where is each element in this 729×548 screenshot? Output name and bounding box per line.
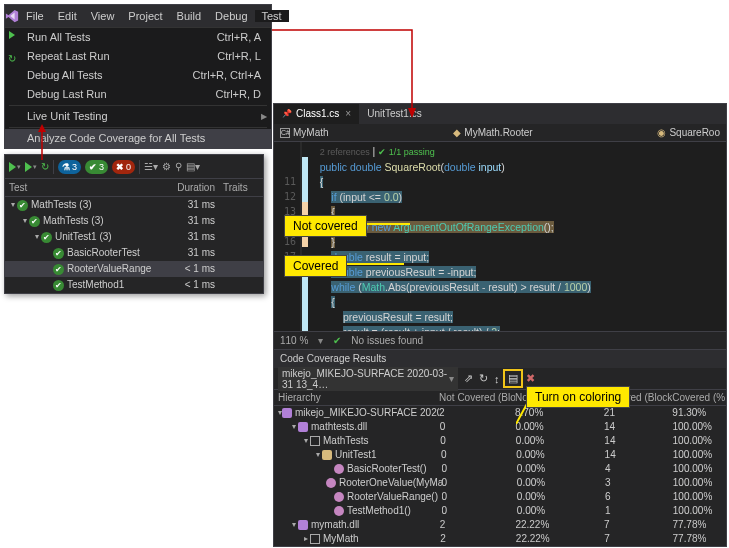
tab-class1-cs[interactable]: 📌Class1.cs× [274, 104, 359, 124]
meth-icon [334, 464, 344, 474]
coverage-row[interactable]: ▸MyMath222.22%777.78% [274, 532, 726, 546]
method-icon: ◉ [657, 127, 666, 138]
coverage-row[interactable]: ▾UnitTest100.00%14100.00% [274, 448, 726, 462]
menuitem-debug-last-run[interactable]: Debug Last RunCtrl+R, D [5, 85, 271, 104]
play-icon [25, 162, 32, 172]
group-button[interactable]: ☱▾ [144, 161, 158, 172]
callout-not-covered: Not covered [284, 215, 367, 237]
pass-icon: ✔ [29, 216, 40, 227]
menu-view[interactable]: View [84, 10, 122, 22]
test-row[interactable]: ▾✔MathTests (3)31 ms [5, 197, 263, 213]
test-row[interactable]: ✔BasicRooterTest31 ms [5, 245, 263, 261]
coverage-row[interactable]: TestMethod1()00.00%1100.00% [274, 504, 726, 518]
callout-turn-on-coloring: Turn on coloring [526, 386, 630, 408]
code-editor: 📌Class1.cs×UnitTest1.cs C#MyMath ◆MyMath… [273, 103, 727, 547]
play-icon [9, 162, 16, 172]
menuitem-run-all-tests[interactable]: Run All TestsCtrl+R, A [5, 28, 271, 47]
pass-icon: ✔ [53, 248, 64, 259]
run-button[interactable]: ▾ [25, 162, 37, 172]
refresh-icon[interactable]: ↻ [479, 372, 488, 385]
repeat-button[interactable]: ↻ [41, 161, 49, 172]
coverage-row[interactable]: RooterOneValue(MyMath.Ro…00.00%3100.00% [274, 476, 726, 490]
col-hierarchy[interactable]: Hierarchy [274, 390, 439, 405]
pass-icon: ✔ [17, 200, 28, 211]
remove-icon[interactable]: ✖ [526, 372, 535, 385]
coverage-row[interactable]: ▾MathTests00.00%14100.00% [274, 434, 726, 448]
test-explorer-body: ▾✔MathTests (3)31 ms▾✔MathTests (3)31 ms… [5, 197, 263, 293]
run-all-button[interactable]: ▾ [9, 162, 21, 172]
pass-count-badge[interactable]: ✔3 [85, 160, 108, 174]
csharp-project-icon: C# [280, 128, 290, 138]
menu-project[interactable]: Project [121, 10, 169, 22]
test-count-badge[interactable]: ⚗3 [58, 160, 81, 174]
asm-icon [298, 520, 308, 530]
meth-icon [326, 478, 336, 488]
fail-count-badge[interactable]: ✖0 [112, 160, 135, 174]
layout-button[interactable]: ▤▾ [186, 161, 200, 172]
merge-icon[interactable]: ⇗ [464, 372, 473, 385]
meth-icon [334, 492, 344, 502]
col-traits[interactable]: Traits [215, 179, 263, 196]
menu-test[interactable]: Test [255, 10, 289, 22]
coverage-run-combo[interactable]: mikejo_MIKEJO-SURFACE 2020-03-31 13_4…▾ [278, 367, 458, 391]
test-explorer-header: Test Duration Traits [5, 179, 263, 197]
play-icon [9, 31, 15, 39]
ns-icon [310, 534, 320, 544]
coverage-row[interactable]: RooterValueRange()00.00%6100.00% [274, 490, 726, 504]
coverage-panel: Code Coverage Results mikejo_MIKEJO-SURF… [274, 349, 726, 546]
class-icon: ◆ [453, 127, 461, 138]
coverage-toolbar: mikejo_MIKEJO-SURFACE 2020-03-31 13_4…▾ … [274, 368, 726, 390]
test-row[interactable]: ▾✔UnitTest1 (3)31 ms [5, 229, 263, 245]
chevron-right-icon: ▶ [261, 107, 267, 126]
coverage-row[interactable]: ▾mymath.dll222.22%777.78% [274, 518, 726, 532]
col-cov-pct[interactable]: Covered (% [672, 390, 726, 405]
filter-button[interactable]: ⚲ [175, 161, 182, 172]
menuitem-debug-all-tests[interactable]: Debug All TestsCtrl+R, Ctrl+A [5, 66, 271, 85]
menuitem-live-unit-testing[interactable]: Live Unit Testing▶ [5, 107, 271, 126]
coverage-body: ▾mikejo_MIKEJO-SURFACE 2020-03-31 13_…28… [274, 406, 726, 546]
pin-icon: 📌 [282, 104, 292, 124]
coverage-header: Hierarchy Not Covered (Blocks) Not Cover… [274, 390, 726, 406]
ok-icon: ✔ [333, 335, 341, 346]
crumb-project[interactable]: C#MyMath [274, 127, 335, 138]
test-explorer-toolbar: ▾ ▾ ↻ ⚗3 ✔3 ✖0 ☱▾ ⚙ ⚲ ▤▾ [5, 155, 263, 179]
menu-build[interactable]: Build [170, 10, 208, 22]
test-row[interactable]: ✔TestMethod1< 1 ms [5, 277, 263, 293]
pass-icon: ✔ [41, 232, 52, 243]
editor-tabs: 📌Class1.cs×UnitTest1.cs [274, 104, 726, 124]
menu-edit[interactable]: Edit [51, 10, 84, 22]
asm-icon [282, 408, 292, 418]
col-notcov-blocks[interactable]: Not Covered (Blocks) [439, 390, 515, 405]
cls-icon [322, 450, 332, 460]
menuitem-repeat-last-run[interactable]: ↻Repeat Last RunCtrl+R, L [5, 47, 271, 66]
expand-icon[interactable]: ↕ [494, 373, 500, 385]
callout-covered: Covered [284, 255, 347, 277]
ns-icon [310, 436, 320, 446]
coverage-row[interactable]: ▾mathtests.dll00.00%14100.00% [274, 420, 726, 434]
crumb-member[interactable]: ◉SquareRoo [651, 127, 726, 138]
col-duration[interactable]: Duration [155, 179, 215, 196]
zoom-level[interactable]: 110 % [280, 335, 308, 346]
menu-debug[interactable]: Debug [208, 10, 254, 22]
crumb-type[interactable]: ◆MyMath.Rooter [335, 127, 652, 138]
code-text[interactable]: 2 references | ✔ 1/1 passing public doub… [308, 142, 726, 331]
coverage-row[interactable]: ▾mikejo_MIKEJO-SURFACE 2020-03-31 13_…28… [274, 406, 726, 420]
coverage-row[interactable]: BasicRooterTest()00.00%4100.00% [274, 462, 726, 476]
pass-icon: ✔ [53, 264, 64, 275]
issues-text: No issues found [351, 335, 423, 346]
visual-studio-icon [5, 5, 19, 27]
test-row[interactable]: ✔RooterValueRange< 1 ms [5, 261, 263, 277]
close-icon[interactable]: × [345, 104, 351, 124]
test-menu-dropdown: Run All TestsCtrl+R, A↻Repeat Last RunCt… [5, 27, 271, 148]
test-row[interactable]: ▾✔MathTests (3)31 ms [5, 213, 263, 229]
pass-icon: ✔ [53, 280, 64, 291]
tab-unittest1-cs[interactable]: UnitTest1.cs [359, 104, 429, 124]
settings-button[interactable]: ⚙ [162, 161, 171, 172]
highlight-coloring-button[interactable]: ▤ [506, 372, 520, 385]
test-explorer-panel: ▾ ▾ ↻ ⚗3 ✔3 ✖0 ☱▾ ⚙ ⚲ ▤▾ Test Duration T… [4, 154, 264, 294]
meth-icon [334, 506, 344, 516]
asm-icon [298, 422, 308, 432]
col-test[interactable]: Test [5, 179, 155, 196]
menuitem-analyze-code-coverage-for-all-tests[interactable]: Analyze Code Coverage for All Tests [5, 129, 271, 148]
menu-file[interactable]: File [19, 10, 51, 22]
